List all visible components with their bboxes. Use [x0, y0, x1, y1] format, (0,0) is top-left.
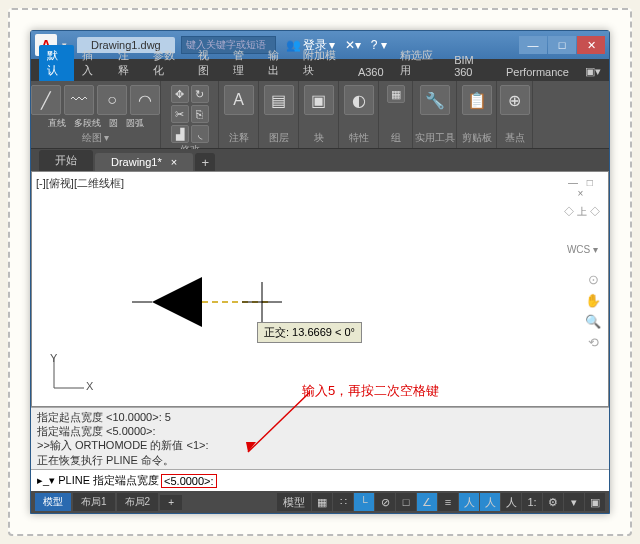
- properties-icon[interactable]: ◐: [344, 85, 374, 115]
- util-panel-label: 实用工具: [415, 131, 455, 146]
- polar-tooltip: 正交: 13.6669 < 0°: [257, 322, 362, 343]
- close-button[interactable]: ✕: [577, 36, 605, 54]
- cmd-line-1: 指定起点宽度 <10.0000>: 5: [37, 410, 603, 424]
- cmd-line-4: 正在恢复执行 PLINE 命令。: [37, 453, 603, 467]
- layer-panel-label: 图层: [269, 131, 289, 146]
- drawing-tab-1[interactable]: Drawing1* ×: [95, 153, 193, 171]
- new-tab-button[interactable]: +: [195, 153, 215, 171]
- polar-toggle[interactable]: ⊘: [375, 493, 395, 511]
- otrack-toggle[interactable]: ∠: [417, 493, 437, 511]
- quick-props[interactable]: 人: [480, 493, 500, 511]
- ortho-toggle[interactable]: └: [354, 493, 374, 511]
- osnap-toggle[interactable]: □: [396, 493, 416, 511]
- model-tab[interactable]: 模型: [35, 493, 71, 511]
- ribbon-tab-default[interactable]: 默认: [39, 45, 74, 81]
- cmd-line-2: 指定端点宽度 <5.0000>:: [37, 424, 603, 438]
- minimize-button[interactable]: —: [519, 36, 547, 54]
- dynamic-input[interactable]: 人: [459, 493, 479, 511]
- base-panel-label: 基点: [505, 131, 525, 146]
- annot-panel-label: 注释: [229, 131, 249, 146]
- utilities-icon[interactable]: 🔧: [420, 85, 450, 115]
- ribbon-tab-addins[interactable]: 附加模块: [295, 45, 350, 81]
- clipboard-icon[interactable]: 📋: [462, 85, 492, 115]
- rotate-icon[interactable]: ↻: [191, 85, 209, 103]
- ribbon-tab-insert[interactable]: 插入: [74, 45, 109, 81]
- status-model[interactable]: 模型: [277, 493, 311, 511]
- add-layout-button[interactable]: +: [160, 495, 182, 510]
- command-history: 指定起点宽度 <10.0000>: 5 指定端点宽度 <5.0000>: >>输…: [31, 407, 609, 469]
- viewport-label[interactable]: [-][俯视][二维线框]: [36, 176, 124, 191]
- ribbon-tabs: 默认 插入 注释 参数化 视图 管理 输出 附加模块 A360 精选应用 BIM…: [31, 59, 609, 81]
- draw-panel-label[interactable]: 绘图 ▾: [82, 131, 110, 146]
- close-tab-icon[interactable]: ×: [171, 156, 177, 168]
- lineweight-toggle[interactable]: ≡: [438, 493, 458, 511]
- block-icon[interactable]: ▣: [304, 85, 334, 115]
- cmd-line-3: >>输入 ORTHOMODE 的新值 <1>:: [37, 438, 603, 452]
- clip-panel-label: 剪贴板: [462, 131, 492, 146]
- cmd-highlighted: <5.0000>:: [161, 474, 217, 488]
- orbit-icon[interactable]: ⟲: [588, 335, 599, 350]
- drawing-canvas[interactable]: [-][俯视][二维线框] — □ × ◇ 上 ◇ WCS ▾ ⊙ ✋ 🔍 ⟲ …: [31, 171, 609, 407]
- copy-icon[interactable]: ⎘: [191, 105, 209, 123]
- svg-marker-1: [152, 277, 202, 327]
- scale-icon[interactable]: 1:: [522, 493, 542, 511]
- navigation-bar: ⊙ ✋ 🔍 ⟲: [584, 272, 602, 350]
- basepoint-icon[interactable]: ⊕: [500, 85, 530, 115]
- viewcube[interactable]: — □ × ◇ 上 ◇: [562, 176, 602, 220]
- polyline-tool-icon[interactable]: 〰: [64, 85, 94, 115]
- ribbon-tab-manage[interactable]: 管理: [225, 45, 260, 81]
- layout1-tab[interactable]: 布局1: [73, 493, 115, 511]
- selection-cycling[interactable]: 人: [501, 493, 521, 511]
- group-icon[interactable]: ▦: [387, 85, 405, 103]
- ribbon-tab-featured[interactable]: 精选应用: [392, 45, 447, 81]
- maximize-button[interactable]: □: [548, 36, 576, 54]
- fillet-icon[interactable]: ◟: [191, 125, 209, 143]
- zoom-icon[interactable]: 🔍: [585, 314, 601, 329]
- snap-toggle[interactable]: ∷: [333, 493, 353, 511]
- layer-icon[interactable]: ▤: [264, 85, 294, 115]
- mirror-icon[interactable]: ▟: [171, 125, 189, 143]
- ribbon-tab-output[interactable]: 输出: [260, 45, 295, 81]
- steering-wheel-icon[interactable]: ⊙: [588, 272, 599, 287]
- ribbon-tab-more[interactable]: ▣▾: [577, 62, 609, 81]
- line-tool-icon[interactable]: ╱: [31, 85, 61, 115]
- block-panel-label: 块: [314, 131, 324, 146]
- pan-icon[interactable]: ✋: [585, 293, 601, 308]
- prop-panel-label: 特性: [349, 131, 369, 146]
- trim-icon[interactable]: ✂: [171, 105, 189, 123]
- grid-toggle[interactable]: ▦: [312, 493, 332, 511]
- group-panel-label: 组: [391, 131, 401, 146]
- clean-screen[interactable]: ▣: [585, 493, 605, 511]
- move-icon[interactable]: ✥: [171, 85, 189, 103]
- arc-tool-icon[interactable]: ◠: [130, 85, 160, 115]
- annotation-text: 输入5，再按二次空格键: [302, 382, 439, 400]
- workspace-icon[interactable]: ⚙: [543, 493, 563, 511]
- command-input[interactable]: ▸_▾ PLINE 指定端点宽度<5.0000>:: [31, 469, 609, 491]
- circle-tool-icon[interactable]: ○: [97, 85, 127, 115]
- ribbon-tab-performance[interactable]: Performance: [498, 63, 577, 81]
- ribbon-tab-annotate[interactable]: 注释: [110, 45, 145, 81]
- help-icon[interactable]: ? ▾: [371, 38, 387, 52]
- ribbon-tab-param[interactable]: 参数化: [145, 45, 190, 81]
- layout2-tab[interactable]: 布局2: [117, 493, 159, 511]
- text-icon[interactable]: A: [224, 85, 254, 115]
- ribbon-tab-view[interactable]: 视图: [190, 45, 225, 81]
- drawing-tab-start[interactable]: 开始: [39, 150, 93, 171]
- ucs-icon: Y X: [46, 354, 88, 398]
- ribbon-tab-bim360[interactable]: BIM 360: [446, 51, 498, 81]
- annotation-scale[interactable]: ▾: [564, 493, 584, 511]
- ribbon-tab-a360[interactable]: A360: [350, 63, 392, 81]
- wcs-dropdown[interactable]: WCS ▾: [567, 244, 598, 255]
